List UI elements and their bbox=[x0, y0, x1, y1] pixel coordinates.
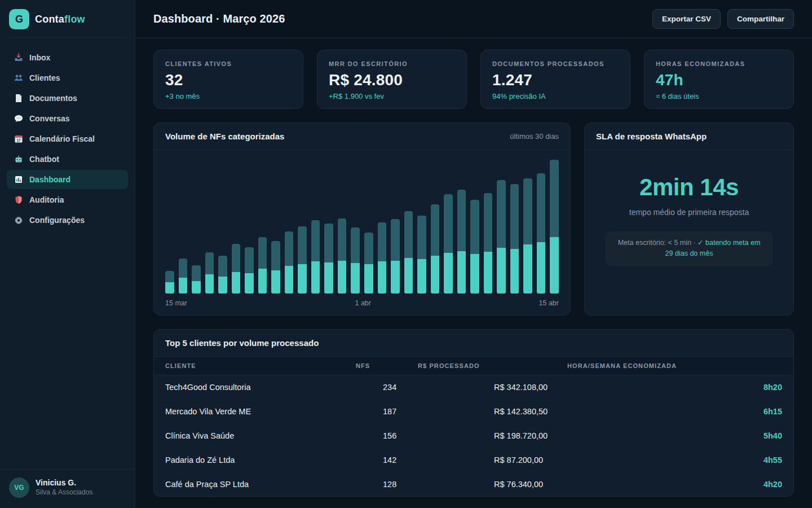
sidebar-item-label: Chatbot bbox=[29, 155, 59, 164]
table-card-header: Top 5 clientes por volume processado bbox=[154, 330, 793, 357]
kpi-subtext: ≈ 6 dias úteis bbox=[656, 92, 782, 100]
bar-top-segment bbox=[205, 252, 214, 274]
sidebar-item-inbox[interactable]: Inbox bbox=[7, 48, 128, 67]
sidebar-item-conversas[interactable]: Conversas bbox=[7, 109, 128, 128]
table-row[interactable]: Clínica Viva Saúde156R$ 198.720,005h40 bbox=[154, 424, 793, 448]
bar-16 bbox=[378, 158, 387, 294]
bar-10 bbox=[298, 158, 307, 294]
bar-top-segment bbox=[550, 160, 559, 237]
topbar: Dashboard · Março 2026 Exportar CSV Comp… bbox=[135, 0, 812, 38]
bar-top-segment bbox=[324, 224, 333, 262]
sla-meta-pill: Meta escritório: < 5 min · ✓ batendo met… bbox=[605, 231, 773, 266]
bar-17 bbox=[391, 158, 400, 294]
cell-nfs: 234 bbox=[356, 383, 418, 392]
bar-bottom-segment bbox=[497, 248, 506, 294]
bar-6 bbox=[245, 158, 254, 294]
export-csv-button[interactable]: Exportar CSV bbox=[652, 9, 721, 29]
user-name: Vinicius G. bbox=[36, 478, 92, 488]
bar-bottom-segment bbox=[298, 264, 307, 294]
bar-22 bbox=[457, 158, 466, 294]
calendar-icon: 17 bbox=[14, 134, 23, 144]
bar-top-segment bbox=[497, 180, 506, 248]
bar-15 bbox=[364, 158, 373, 294]
table-row[interactable]: Mercado Vila Verde ME187R$ 142.380,506h1… bbox=[154, 400, 793, 424]
sidebar-item-label: Calendário Fiscal bbox=[29, 134, 95, 143]
bar-28 bbox=[537, 158, 546, 294]
chat-icon bbox=[14, 114, 23, 124]
kpi-label: MRR DO ESCRITÓRIO bbox=[329, 60, 455, 67]
sidebar-nav: InboxClientesDocumentosConversas17Calend… bbox=[0, 38, 135, 469]
sidebar-item-label: Dashboard bbox=[29, 175, 70, 184]
bar-top-segment bbox=[537, 173, 546, 242]
bar-bottom-segment bbox=[510, 249, 519, 294]
bar-bottom-segment bbox=[537, 242, 546, 294]
bar-bottom-segment bbox=[484, 252, 493, 294]
cell-hours-saved: 6h15 bbox=[567, 407, 782, 416]
sla-caption: tempo médio de primeira resposta bbox=[597, 208, 781, 217]
bar-14 bbox=[351, 158, 360, 294]
bar-top-segment bbox=[338, 218, 347, 261]
bar-top-segment bbox=[470, 200, 479, 254]
cell-amount: R$ 198.720,00 bbox=[418, 431, 567, 440]
user-org: Silva & Associados bbox=[36, 488, 92, 497]
table-header-row: CLIENTENFSR$ PROCESSADOHORA/SEMANA ECONO… bbox=[154, 357, 793, 375]
bar-top-segment bbox=[165, 271, 174, 282]
top-clients-table-card: Top 5 clientes por volume processado CLI… bbox=[153, 329, 794, 497]
bar-0 bbox=[165, 158, 174, 294]
bar-top-segment bbox=[285, 231, 294, 266]
cell-hours-saved: 4h55 bbox=[567, 456, 782, 465]
kpi-subtext: 94% precisão IA bbox=[492, 92, 619, 100]
sla-meta-prefix: Meta escritório: < 5 min · bbox=[618, 239, 698, 247]
bar-bottom-segment bbox=[470, 254, 479, 294]
kpi-value: 1.247 bbox=[492, 71, 619, 89]
bar-top-segment bbox=[391, 219, 400, 261]
user-info: Vinicius G. Silva & Associados bbox=[36, 478, 92, 497]
cell-nfs: 187 bbox=[356, 407, 418, 416]
sidebar: G Contaflow InboxClientesDocumentosConve… bbox=[0, 0, 135, 508]
bar-21 bbox=[444, 158, 453, 294]
bar-top-segment bbox=[298, 226, 307, 264]
cell-client: Mercado Vila Verde ME bbox=[165, 407, 356, 416]
sidebar-item-calend-rio-fiscal[interactable]: 17Calendário Fiscal bbox=[7, 129, 128, 148]
bar-bottom-segment bbox=[192, 281, 201, 294]
bar-bottom-segment bbox=[324, 262, 333, 294]
user-block[interactable]: VG Vinicius G. Silva & Associados bbox=[0, 469, 135, 508]
bar-bottom-segment bbox=[205, 274, 214, 294]
bar-bottom-segment bbox=[404, 258, 413, 294]
bar-26 bbox=[510, 158, 519, 294]
brand-name: Contaflow bbox=[35, 14, 85, 25]
document-icon bbox=[14, 94, 23, 103]
bar-bottom-segment bbox=[258, 269, 267, 294]
bar-bottom-segment bbox=[378, 261, 387, 294]
table-row[interactable]: Café da Praça SP Ltda128R$ 76.340,004h20 bbox=[154, 472, 793, 496]
sidebar-item-auditoria[interactable]: Auditoria bbox=[7, 190, 128, 209]
bar-bottom-segment bbox=[391, 261, 400, 294]
bar-chart-icon bbox=[14, 175, 23, 185]
bar-top-segment bbox=[351, 227, 360, 263]
bar-bottom-segment bbox=[245, 273, 254, 294]
bar-top-segment bbox=[510, 184, 519, 249]
sidebar-item-label: Documentos bbox=[29, 94, 77, 103]
cell-amount: R$ 142.380,50 bbox=[418, 407, 567, 416]
chart-x-axis: 15 mar1 abr15 abr bbox=[154, 294, 570, 315]
content: CLIENTES ATIVOS32+3 no mêsMRR DO ESCRITÓ… bbox=[135, 38, 812, 508]
bar-bottom-segment bbox=[417, 259, 426, 294]
table-card-title: Top 5 clientes por volume processado bbox=[165, 338, 319, 348]
bar-8 bbox=[271, 158, 280, 294]
sla-card-title: SLA de resposta WhatsApp bbox=[596, 132, 707, 141]
sidebar-item-chatbot[interactable]: Chatbot bbox=[7, 150, 128, 169]
bar-12 bbox=[324, 158, 333, 294]
sidebar-item-documentos[interactable]: Documentos bbox=[7, 89, 128, 108]
bar-bottom-segment bbox=[351, 263, 360, 294]
sidebar-item-clientes[interactable]: Clientes bbox=[7, 68, 128, 87]
main-area: Dashboard · Março 2026 Exportar CSV Comp… bbox=[135, 0, 812, 508]
sidebar-item-configura-es[interactable]: Configurações bbox=[7, 211, 128, 230]
table-row[interactable]: Tech4Good Consultoria234R$ 342.108,008h2… bbox=[154, 375, 793, 400]
table-row[interactable]: Padaria do Zé Ltda142R$ 87.200,004h55 bbox=[154, 448, 793, 472]
sidebar-item-dashboard[interactable]: Dashboard bbox=[7, 170, 128, 189]
cell-client: Padaria do Zé Ltda bbox=[165, 456, 356, 465]
bar-bottom-segment bbox=[444, 253, 453, 294]
share-button[interactable]: Compartilhar bbox=[727, 9, 794, 29]
sidebar-item-label: Inbox bbox=[29, 53, 50, 62]
kpi-label: HORAS ECONOMIZADAS bbox=[656, 60, 782, 67]
